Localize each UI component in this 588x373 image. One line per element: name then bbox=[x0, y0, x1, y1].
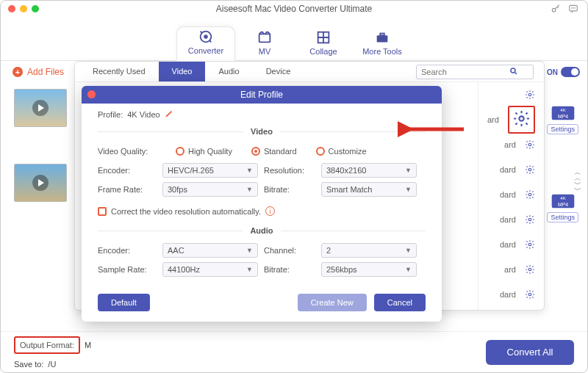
svg-rect-10 bbox=[380, 34, 384, 36]
titlebar: Aiseesoft Mac Video Converter Ultimate bbox=[1, 1, 587, 17]
quality-high-radio[interactable]: High Quality bbox=[176, 147, 232, 156]
search-input[interactable] bbox=[421, 68, 509, 76]
search-icon[interactable] bbox=[509, 67, 518, 77]
close-icon[interactable] bbox=[87, 90, 96, 98]
chevron-down-icon: ▼ bbox=[246, 167, 253, 174]
file-thumbnail[interactable] bbox=[14, 89, 67, 127]
file-thumbnail[interactable] bbox=[14, 164, 67, 202]
svg-point-15 bbox=[528, 168, 531, 171]
channel-label: Channel: bbox=[264, 246, 315, 255]
auto-resolution-checkbox[interactable] bbox=[98, 207, 107, 216]
encoder-label: Encoder: bbox=[98, 166, 157, 175]
mp4-icon: 4KMP4 bbox=[551, 104, 576, 123]
svg-point-20 bbox=[528, 293, 531, 296]
svg-point-6 bbox=[204, 35, 207, 38]
profile-name: 4K Video bbox=[127, 110, 159, 119]
section-audio-label: Audio bbox=[243, 226, 280, 235]
gear-icon[interactable] bbox=[525, 164, 535, 175]
svg-point-16 bbox=[528, 193, 531, 196]
tab-more-tools[interactable]: More Tools bbox=[353, 28, 412, 60]
edit-icon[interactable] bbox=[165, 109, 173, 120]
auto-resolution-label: Correct the video resolution automatical… bbox=[111, 207, 261, 216]
aencoder-label: Encoder: bbox=[98, 246, 157, 255]
section-video-label: Video bbox=[243, 127, 280, 136]
save-to-value[interactable]: /U bbox=[48, 360, 56, 369]
converter-icon bbox=[177, 27, 234, 46]
settings-link[interactable]: Settings bbox=[547, 124, 578, 134]
svg-text:4K: 4K bbox=[560, 196, 565, 200]
gear-icon[interactable] bbox=[525, 214, 535, 225]
bitrate-label: Bitrate: bbox=[264, 185, 315, 194]
gear-icon[interactable] bbox=[525, 239, 535, 250]
svg-point-4 bbox=[575, 8, 576, 9]
encoder-select[interactable]: HEVC/H.265▼ bbox=[162, 163, 258, 178]
play-icon[interactable] bbox=[32, 175, 49, 191]
samplerate-select[interactable]: 44100Hz▼ bbox=[162, 262, 258, 277]
chevron-down-icon: ▼ bbox=[246, 247, 253, 254]
quality-custom-radio[interactable]: Customize bbox=[316, 147, 367, 156]
bitrate-select[interactable]: Smart Match▼ bbox=[321, 182, 417, 197]
resolution-select[interactable]: 3840x2160▼ bbox=[321, 163, 417, 178]
format-tabs: Recently Used Video Audio Device bbox=[75, 62, 544, 82]
format-search[interactable] bbox=[416, 65, 534, 79]
gear-icon[interactable] bbox=[512, 121, 531, 130]
convert-all-button[interactable]: Convert All bbox=[486, 340, 574, 365]
svg-point-3 bbox=[573, 8, 574, 9]
cancel-button[interactable]: Cancel bbox=[374, 294, 426, 311]
gear-icon[interactable] bbox=[525, 264, 535, 275]
feedback-icon[interactable] bbox=[568, 4, 578, 15]
svg-point-11 bbox=[511, 68, 515, 73]
bottom-bar: Output Format: M Save to: /U Convert All bbox=[1, 331, 587, 372]
svg-rect-7 bbox=[259, 34, 270, 42]
tab-converter-label: Converter bbox=[177, 46, 234, 55]
format-tab-video[interactable]: Video bbox=[159, 62, 206, 82]
output-format-shortcut[interactable]: 4KMP4 Settings bbox=[547, 104, 578, 134]
quality-standard-radio[interactable]: Standard bbox=[251, 147, 297, 156]
channel-select[interactable]: 2▼ bbox=[321, 243, 417, 258]
dialog-header: Edit Profile bbox=[82, 86, 442, 104]
output-format-shortcut[interactable]: 4KMP4 Settings bbox=[547, 192, 578, 222]
collage-icon bbox=[294, 28, 353, 47]
toggle-switch-icon[interactable] bbox=[561, 67, 580, 77]
gear-icon[interactable] bbox=[525, 289, 535, 300]
tab-more-tools-label: More Tools bbox=[353, 47, 412, 56]
chevron-down-icon: ▼ bbox=[405, 247, 412, 254]
key-icon[interactable] bbox=[551, 4, 561, 15]
format-row-label: dard bbox=[500, 190, 516, 199]
default-button[interactable]: Default bbox=[98, 294, 150, 311]
settings-link[interactable]: Settings bbox=[547, 212, 578, 222]
aencoder-select[interactable]: AAC▼ bbox=[162, 243, 258, 258]
samplerate-label: Sample Rate: bbox=[98, 265, 157, 274]
svg-point-19 bbox=[528, 268, 531, 271]
tab-collage[interactable]: Collage bbox=[294, 28, 353, 60]
chevron-down-icon: ▼ bbox=[246, 186, 253, 193]
output-format-value[interactable]: M bbox=[85, 341, 91, 350]
video-quality-label: Video Quality: bbox=[98, 147, 157, 156]
window-title: Aiseesoft Mac Video Converter Ultimate bbox=[1, 4, 587, 14]
add-files-button[interactable]: + Add Files bbox=[12, 67, 64, 77]
chevron-down-icon: ▼ bbox=[405, 186, 412, 193]
info-icon[interactable]: i bbox=[265, 206, 275, 216]
framerate-select[interactable]: 30fps▼ bbox=[162, 182, 258, 197]
mv-icon bbox=[235, 28, 294, 47]
gear-icon[interactable] bbox=[525, 189, 535, 200]
svg-text:4K: 4K bbox=[560, 108, 565, 112]
format-tab-recent[interactable]: Recently Used bbox=[79, 62, 159, 82]
create-new-button[interactable]: Create New bbox=[298, 294, 367, 311]
toolbox-icon bbox=[353, 28, 412, 47]
play-icon[interactable] bbox=[32, 100, 49, 116]
svg-point-12 bbox=[528, 93, 531, 96]
format-row-label: dard bbox=[500, 240, 516, 249]
tab-converter[interactable]: Converter bbox=[176, 26, 235, 61]
gear-icon[interactable] bbox=[525, 140, 535, 150]
abitrate-select[interactable]: 256kbps▼ bbox=[321, 262, 417, 277]
gear-icon[interactable] bbox=[525, 90, 535, 100]
profile-label: Profile: bbox=[98, 110, 123, 119]
format-tab-device[interactable]: Device bbox=[253, 62, 304, 82]
format-tab-audio[interactable]: Audio bbox=[205, 62, 252, 82]
format-right-column: ard ard dard dard dard dard ard dard bbox=[478, 82, 544, 310]
tab-mv[interactable]: MV bbox=[235, 28, 294, 60]
add-files-label: Add Files bbox=[27, 67, 64, 77]
svg-text:MP4: MP4 bbox=[558, 114, 568, 119]
dialog-footer: Default Create New Cancel bbox=[82, 288, 442, 322]
